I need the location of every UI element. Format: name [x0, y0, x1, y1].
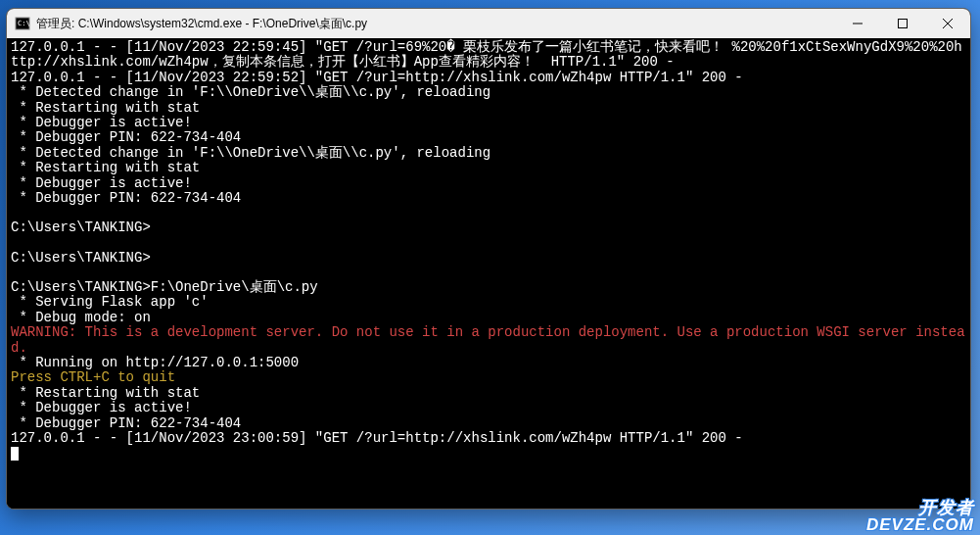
cursor — [11, 447, 19, 461]
terminal-line: * Running on http://127.0.0.1:5000 — [11, 356, 966, 370]
terminal-line: * Restarting with stat — [11, 161, 966, 175]
terminal-line: * Detected change in 'F:\\OneDrive\\桌面\\… — [11, 146, 966, 161]
terminal-line — [11, 236, 966, 251]
svg-text:C:\: C:\ — [18, 20, 30, 27]
titlebar[interactable]: C:\ 管理员: C:\Windows\system32\cmd.exe - F… — [7, 9, 970, 38]
terminal-line: * Debugger is active! — [11, 401, 966, 415]
terminal-line — [11, 206, 966, 220]
terminal-line: * Restarting with stat — [11, 101, 966, 116]
terminal-line: * Debugger is active! — [11, 176, 966, 191]
terminal-line: * Restarting with stat — [11, 386, 966, 401]
watermark-line2: DEVZE.COM — [866, 516, 974, 533]
watermark-line1: 开发者 — [866, 499, 974, 516]
terminal-line: 127.0.0.1 - - [11/Nov/2023 22:59:52] "GE… — [11, 71, 966, 85]
terminal-line: C:\Users\TANKING>F:\OneDrive\桌面\c.py — [11, 280, 966, 295]
terminal-line: * Debugger PIN: 622-734-404 — [11, 416, 966, 431]
window-controls — [835, 9, 970, 38]
terminal-cursor-line — [11, 446, 966, 461]
terminal-line: 127.0.0.1 - - [11/Nov/2023 22:59:45] "GE… — [11, 40, 966, 71]
app-icon: C:\ — [15, 16, 30, 31]
terminal-line: C:\Users\TANKING> — [11, 220, 966, 235]
terminal-line: WARNING: This is a development server. D… — [11, 325, 966, 356]
maximize-button[interactable] — [880, 9, 925, 38]
svg-rect-3 — [899, 20, 908, 28]
watermark: 开发者 DEVZE.COM — [866, 499, 974, 533]
terminal-line: * Debug mode: on — [11, 311, 966, 325]
terminal-line: Press CTRL+C to quit — [11, 370, 966, 385]
terminal-line: * Debugger PIN: 622-734-404 — [11, 191, 966, 206]
close-button[interactable] — [925, 9, 970, 38]
terminal-line — [11, 266, 966, 280]
terminal-line: * Detected change in 'F:\\OneDrive\\桌面\\… — [11, 85, 966, 100]
terminal-line: 127.0.0.1 - - [11/Nov/2023 23:00:59] "GE… — [11, 431, 966, 446]
terminal-line: * Serving Flask app 'c' — [11, 295, 966, 310]
terminal-line: C:\Users\TANKING> — [11, 251, 966, 266]
command-prompt-window: C:\ 管理员: C:\Windows\system32\cmd.exe - F… — [6, 8, 971, 510]
terminal-line: * Debugger PIN: 622-734-404 — [11, 130, 966, 145]
terminal-line: * Debugger is active! — [11, 116, 966, 130]
window-title: 管理员: C:\Windows\system32\cmd.exe - F:\On… — [36, 16, 835, 32]
terminal-output[interactable]: 127.0.0.1 - - [11/Nov/2023 22:59:45] "GE… — [7, 38, 970, 509]
minimize-button[interactable] — [835, 9, 880, 38]
